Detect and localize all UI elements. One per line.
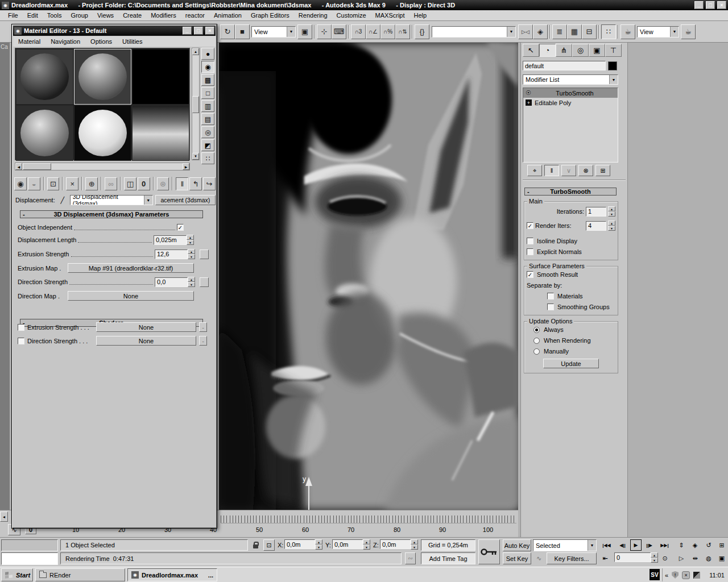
sample-slot-3[interactable] bbox=[132, 49, 189, 105]
smooth-result-checkbox[interactable]: ✓ bbox=[527, 271, 533, 278]
always-radio[interactable] bbox=[533, 327, 540, 333]
named-selection-dropdown[interactable]: ▼ bbox=[432, 26, 516, 38]
scale-icon[interactable]: ■ bbox=[235, 24, 250, 39]
reset-map-icon[interactable]: × bbox=[66, 177, 78, 190]
extrusion-strength-spinner[interactable]: ▲▼ bbox=[188, 249, 195, 259]
percent-snap-icon[interactable]: ∩% bbox=[380, 24, 395, 39]
scrollbar-thumb[interactable] bbox=[192, 96, 199, 113]
spinner-snap-icon[interactable]: ∩⇅ bbox=[395, 24, 410, 39]
configure-modifier-sets-icon[interactable]: ⊞ bbox=[595, 165, 610, 176]
extrusion-shader-button[interactable]: None bbox=[96, 322, 196, 332]
taskbar-item-render[interactable]: REnder bbox=[35, 568, 125, 581]
timeline-ruler[interactable] bbox=[221, 516, 516, 523]
material-id-channel-icon[interactable]: 0 bbox=[138, 177, 150, 190]
pan-icon[interactable]: ⇹ bbox=[689, 552, 701, 564]
make-unique-icon[interactable]: ∞ bbox=[105, 177, 117, 190]
menu-edit[interactable]: Edit bbox=[23, 11, 43, 20]
go-to-parent-icon[interactable]: ↰ bbox=[189, 177, 202, 190]
arc-rotate-icon[interactable]: ◍ bbox=[702, 552, 715, 564]
material-type-button[interactable]: acement (3dsmax) bbox=[155, 195, 216, 205]
current-frame-field[interactable]: 0 bbox=[614, 552, 651, 562]
object-name-field[interactable]: default bbox=[523, 61, 606, 70]
bulb-icon[interactable]: ☉ bbox=[526, 89, 531, 97]
reference-coordinate-dropdown[interactable]: View▼ bbox=[251, 26, 296, 38]
get-material-icon[interactable]: ◉ bbox=[14, 177, 27, 190]
display-tab-icon[interactable]: ▣ bbox=[589, 44, 605, 57]
material-editor-icon[interactable]: ∷ bbox=[601, 24, 616, 39]
scroll-up-icon[interactable]: ▲ bbox=[192, 48, 199, 55]
sample-slot-4[interactable] bbox=[16, 105, 73, 161]
direction-strength-spinner[interactable]: ▲▼ bbox=[188, 277, 195, 287]
displacement-params-rollout-header[interactable]: - 3D Displacement (3dsmax) Parameters bbox=[20, 210, 203, 218]
extrusion-strength-map-slot[interactable] bbox=[200, 250, 209, 259]
menu-create[interactable]: Create bbox=[118, 11, 146, 20]
menu-graph-editors[interactable]: Graph Editors bbox=[246, 11, 294, 20]
x-spinner[interactable]: ▲▼ bbox=[315, 539, 322, 550]
sample-type-icon[interactable]: ● bbox=[201, 48, 214, 60]
layer-manager-icon[interactable]: ≣ bbox=[552, 24, 567, 39]
z-spinner[interactable]: ▲▼ bbox=[411, 539, 418, 550]
show-end-result-icon[interactable]: ‖ bbox=[544, 165, 559, 176]
y-spinner[interactable]: ▲▼ bbox=[363, 539, 370, 550]
sample-slot-5[interactable] bbox=[74, 105, 131, 161]
remove-modifier-icon[interactable]: ⊗ bbox=[578, 165, 593, 176]
menu-maxscript[interactable]: MAXScript bbox=[371, 11, 410, 20]
zoom-extents-icon[interactable]: ↺ bbox=[702, 539, 715, 551]
taskbar-item-dreadlordmax[interactable]: ◉ Dreadlordmax.max ... bbox=[127, 568, 217, 581]
minimize-icon[interactable]: _ bbox=[694, 1, 704, 9]
go-to-start-icon[interactable]: |◀◀ bbox=[599, 539, 614, 551]
go-to-end-icon[interactable]: ▶▶| bbox=[657, 539, 672, 551]
restore-icon[interactable]: □ bbox=[706, 1, 715, 9]
sample-uv-tiling-icon[interactable]: □ bbox=[201, 87, 214, 99]
menu-group[interactable]: Group bbox=[66, 11, 93, 20]
direction-shader-clear-button[interactable]: - bbox=[199, 336, 207, 346]
material-map-navigator-icon[interactable]: ∷ bbox=[201, 152, 214, 164]
stack-item-turbosmooth[interactable]: ☉ TurboSmooth bbox=[523, 88, 618, 98]
select-by-material-icon[interactable]: ◩ bbox=[201, 139, 214, 151]
show-map-in-viewport-icon[interactable]: ⊛ bbox=[157, 177, 169, 190]
use-pivot-center-icon[interactable]: ▣ bbox=[297, 24, 312, 39]
create-tab-icon[interactable]: ↖ bbox=[523, 44, 539, 57]
extrusion-shader-clear-button[interactable]: - bbox=[199, 322, 207, 332]
previous-frame-icon[interactable]: ◀|| bbox=[616, 539, 629, 551]
maxscript-mini-listener-bottom[interactable] bbox=[1, 552, 58, 565]
render-setup-icon[interactable]: ☕ bbox=[621, 24, 635, 39]
show-end-result-icon[interactable]: ‖ bbox=[176, 177, 188, 190]
video-color-check-icon[interactable]: ▥ bbox=[201, 100, 214, 112]
close-icon[interactable]: × bbox=[717, 1, 726, 9]
align-icon[interactable]: ◈ bbox=[533, 24, 548, 39]
keyboard-override-icon[interactable]: ⌨ bbox=[332, 24, 346, 39]
scroll-left-icon[interactable]: ◀ bbox=[15, 163, 22, 170]
menu-rendering[interactable]: Rendering bbox=[294, 11, 332, 20]
sample-slot-6[interactable] bbox=[132, 105, 189, 161]
utilities-tab-icon[interactable]: ⊤ bbox=[605, 44, 622, 57]
make-material-copy-icon[interactable]: ⊕ bbox=[85, 177, 98, 190]
expand-icon[interactable]: + bbox=[526, 99, 532, 106]
material-editor-window[interactable]: ◉ Material Editor - 13 - Default _ □ × M… bbox=[11, 24, 217, 529]
scroll-right-icon[interactable]: ▶ bbox=[183, 163, 189, 170]
material-editor-titlebar[interactable]: ◉ Material Editor - 13 - Default _ □ × bbox=[13, 26, 216, 36]
language-indicator[interactable]: SV bbox=[650, 569, 660, 580]
extrusion-strength-field[interactable]: 12,6 bbox=[155, 250, 188, 259]
scroll-down-icon[interactable]: ▼ bbox=[192, 153, 199, 160]
tray-x-icon[interactable]: × bbox=[682, 571, 690, 579]
sample-slot-2[interactable] bbox=[74, 49, 131, 105]
maximize-viewport-icon[interactable]: ▣ bbox=[716, 552, 727, 564]
field-of-view-icon[interactable]: ▷ bbox=[675, 552, 688, 564]
slots-vertical-scrollbar[interactable]: ▲ ▼ bbox=[192, 48, 200, 160]
snaps-toggle-icon[interactable]: ∩3 bbox=[351, 24, 366, 39]
turbosmooth-rollout-header[interactable]: - TurboSmooth bbox=[524, 188, 617, 196]
named-selection-sets-icon[interactable]: {} bbox=[415, 24, 429, 39]
absolute-mode-icon[interactable]: ⊡ bbox=[263, 539, 275, 551]
direction-map-button[interactable]: None bbox=[68, 291, 194, 301]
menu-modifiers[interactable]: Modifiers bbox=[146, 11, 181, 20]
rotate-icon[interactable]: ↻ bbox=[220, 24, 235, 39]
minimize-icon[interactable]: _ bbox=[183, 27, 192, 35]
scrollbar-thumb[interactable] bbox=[23, 163, 51, 170]
key-filter-dropdown[interactable]: Selected▼ bbox=[533, 539, 597, 551]
explicit-normals-checkbox[interactable] bbox=[527, 248, 533, 255]
make-preview-icon[interactable]: ▤ bbox=[201, 113, 214, 125]
trackbar-scroll-left-icon[interactable]: ◂ bbox=[0, 512, 8, 522]
displacement-length-field[interactable]: 0,025m bbox=[154, 235, 187, 245]
menu-file[interactable]: File bbox=[3, 11, 23, 20]
